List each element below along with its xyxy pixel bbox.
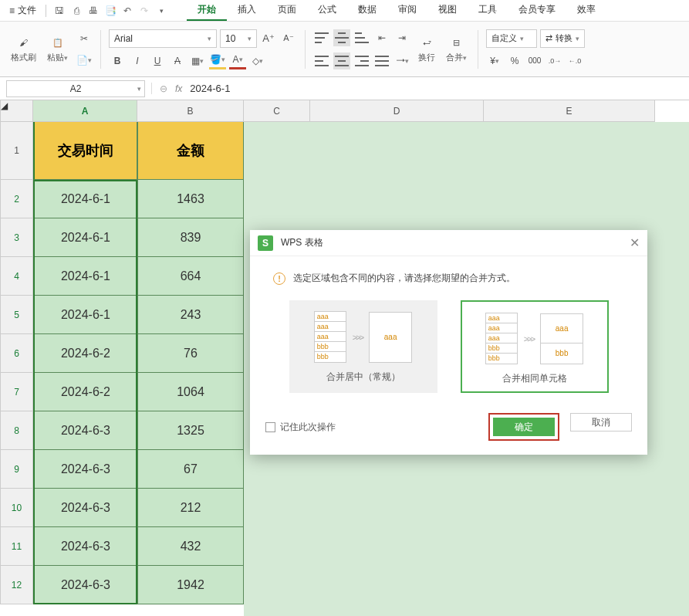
row-header[interactable]: 3 bbox=[0, 218, 33, 257]
undo-icon[interactable]: ↶ bbox=[120, 4, 134, 18]
data-cell[interactable]: 2024-6-2 bbox=[33, 373, 137, 411]
tab-efficiency[interactable]: 效率 bbox=[566, 0, 606, 21]
align-center-icon[interactable] bbox=[333, 52, 350, 69]
column-header-e[interactable]: E bbox=[484, 100, 655, 122]
dropdown-icon[interactable]: ▾ bbox=[154, 4, 168, 18]
decrease-font-icon[interactable]: A⁻ bbox=[280, 30, 297, 47]
currency-icon[interactable]: ¥▾ bbox=[486, 52, 503, 69]
column-header-a[interactable]: A bbox=[33, 100, 137, 122]
fill-color-icon[interactable]: 🪣▾ bbox=[209, 52, 226, 69]
tab-tools[interactable]: 工具 bbox=[468, 0, 508, 21]
orientation-icon[interactable]: ⭢▾ bbox=[393, 52, 410, 69]
tab-review[interactable]: 审阅 bbox=[387, 0, 427, 21]
align-top-icon[interactable] bbox=[313, 29, 330, 46]
data-cell[interactable]: 432 bbox=[137, 527, 244, 566]
cancel-formula-icon[interactable]: ⊖ bbox=[160, 83, 167, 94]
data-cell[interactable]: 67 bbox=[137, 450, 244, 489]
comma-icon[interactable]: 000 bbox=[526, 52, 543, 69]
format-painter-button[interactable]: 🖌 格式刷 bbox=[8, 33, 39, 65]
data-cell[interactable]: 2024-6-1 bbox=[33, 180, 137, 218]
data-cell[interactable]: 1064 bbox=[137, 373, 244, 411]
data-cell[interactable]: 2024-6-1 bbox=[33, 218, 137, 257]
underline-icon[interactable]: U bbox=[149, 52, 166, 69]
dialog-titlebar[interactable]: S WPS 表格 ✕ bbox=[250, 230, 647, 256]
close-icon[interactable]: ✕ bbox=[630, 235, 640, 250]
row-header[interactable]: 8 bbox=[0, 411, 33, 450]
data-cell[interactable]: 2024-6-1 bbox=[33, 257, 137, 296]
row-header[interactable]: 5 bbox=[0, 296, 33, 334]
percent-icon[interactable]: % bbox=[506, 52, 523, 69]
row-header[interactable]: 6 bbox=[0, 334, 33, 373]
copy-icon[interactable]: 📄▾ bbox=[76, 52, 93, 69]
header-cell[interactable]: 交易时间 bbox=[33, 122, 137, 180]
cancel-button[interactable]: 取消 bbox=[570, 413, 632, 432]
row-header[interactable]: 12 bbox=[0, 566, 33, 604]
tab-page[interactable]: 页面 bbox=[267, 0, 307, 21]
column-header-b[interactable]: B bbox=[137, 100, 244, 122]
align-left-icon[interactable] bbox=[313, 52, 330, 69]
row-header[interactable]: 1 bbox=[0, 122, 33, 180]
ok-button[interactable]: 确定 bbox=[493, 418, 555, 436]
number-format-select[interactable]: 自定义▾ bbox=[486, 29, 537, 48]
tab-view[interactable]: 视图 bbox=[427, 0, 468, 21]
increase-indent-icon[interactable]: ⇥ bbox=[393, 29, 410, 46]
data-cell[interactable]: 2024-6-3 bbox=[33, 489, 137, 527]
increase-decimal-icon[interactable]: .0→ bbox=[546, 52, 563, 69]
data-cell[interactable]: 212 bbox=[137, 489, 244, 527]
print-icon[interactable]: 🖶 bbox=[86, 4, 100, 18]
increase-font-icon[interactable]: A⁺ bbox=[260, 30, 277, 47]
tab-insert[interactable]: 插入 bbox=[227, 0, 267, 21]
highlight-icon[interactable]: ◇▾ bbox=[249, 52, 266, 69]
font-size-select[interactable]: 10▾ bbox=[220, 29, 257, 48]
data-cell[interactable]: 2024-6-1 bbox=[33, 296, 137, 334]
align-bottom-icon[interactable] bbox=[353, 29, 370, 46]
row-header[interactable]: 7 bbox=[0, 373, 33, 411]
merge-option-same[interactable]: aaaaaaaaabbbbbb >>> aaa bbb 合并相同单元格 bbox=[461, 300, 609, 393]
cut-icon[interactable]: 📑 bbox=[103, 4, 117, 18]
row-header[interactable]: 11 bbox=[0, 527, 33, 566]
data-cell[interactable]: 76 bbox=[137, 334, 244, 373]
save-icon[interactable]: 🖫 bbox=[52, 4, 66, 18]
tab-formula[interactable]: 公式 bbox=[307, 0, 347, 21]
remember-checkbox[interactable]: 记住此次操作 bbox=[265, 421, 336, 434]
column-header-c[interactable]: C bbox=[244, 100, 310, 122]
merge-option-center[interactable]: aaaaaaaaabbbbbb >>> aaa 合并居中（常规） bbox=[289, 300, 437, 393]
cell-grid[interactable]: 交易时间 金额 2024-6-11463 2024-6-1839 2024-6-… bbox=[33, 122, 244, 604]
row-header[interactable]: 9 bbox=[0, 450, 33, 489]
row-header[interactable]: 10 bbox=[0, 489, 33, 527]
justify-icon[interactable] bbox=[373, 52, 390, 69]
merge-button[interactable]: ⊟ 合并▾ bbox=[443, 33, 470, 65]
decrease-indent-icon[interactable]: ⇤ bbox=[373, 29, 390, 46]
convert-button[interactable]: ⇄ 转换▾ bbox=[540, 29, 585, 48]
strikethrough-icon[interactable]: A bbox=[169, 52, 186, 69]
wrap-text-button[interactable]: ⮐ 换行 bbox=[415, 33, 438, 65]
scissors-icon[interactable]: ✂ bbox=[76, 30, 93, 47]
paste-button[interactable]: 📋 粘贴▾ bbox=[44, 33, 71, 65]
data-cell[interactable]: 1942 bbox=[137, 566, 244, 604]
italic-icon[interactable]: I bbox=[129, 52, 146, 69]
data-cell[interactable]: 2024-6-3 bbox=[33, 411, 137, 450]
fx-icon[interactable]: fx bbox=[175, 83, 182, 94]
select-all-corner[interactable]: ◢ bbox=[0, 100, 33, 122]
name-box[interactable]: A2 ▾ bbox=[6, 80, 145, 97]
data-cell[interactable]: 1325 bbox=[137, 411, 244, 450]
data-cell[interactable]: 2024-6-2 bbox=[33, 334, 137, 373]
border-icon[interactable]: ▦▾ bbox=[189, 52, 206, 69]
align-middle-icon[interactable] bbox=[333, 29, 350, 46]
data-cell[interactable]: 2024-6-3 bbox=[33, 527, 137, 566]
tab-start[interactable]: 开始 bbox=[187, 0, 227, 21]
font-color-icon[interactable]: A▾ bbox=[229, 52, 246, 69]
file-menu[interactable]: ≡ 文件 bbox=[6, 4, 39, 17]
row-header[interactable]: 2 bbox=[0, 180, 33, 218]
data-cell[interactable]: 2024-6-3 bbox=[33, 566, 137, 604]
print-preview-icon[interactable]: ⎙ bbox=[69, 4, 83, 18]
data-cell[interactable]: 2024-6-3 bbox=[33, 450, 137, 489]
decrease-decimal-icon[interactable]: ←.0 bbox=[566, 52, 583, 69]
data-cell[interactable]: 243 bbox=[137, 296, 244, 334]
tab-member[interactable]: 会员专享 bbox=[508, 0, 566, 21]
redo-icon[interactable]: ↷ bbox=[137, 4, 151, 18]
bold-icon[interactable]: B bbox=[109, 52, 126, 69]
data-cell[interactable]: 664 bbox=[137, 257, 244, 296]
formula-input[interactable] bbox=[190, 83, 681, 94]
data-cell[interactable]: 1463 bbox=[137, 180, 244, 218]
